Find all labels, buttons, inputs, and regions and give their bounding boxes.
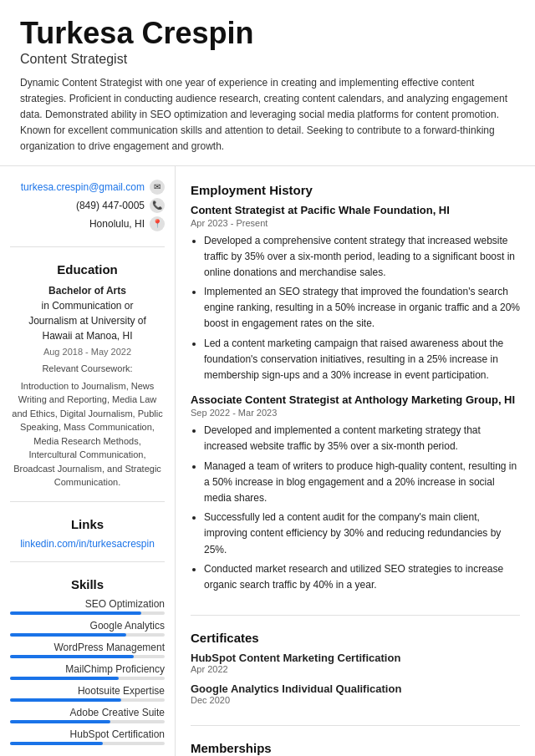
certificates-title: Certificates <box>191 631 520 645</box>
skill-bar-bg <box>10 633 165 637</box>
cert-item: HubSpot Content Marketing Certification … <box>191 652 520 674</box>
location-icon: 📍 <box>150 216 165 231</box>
coursework-label: Relevant Coursework: <box>10 362 165 376</box>
email-link[interactable]: turkesa.crespin@gmail.com <box>21 181 145 193</box>
certs-list: HubSpot Content Marketing Certification … <box>191 652 520 705</box>
cert-name: HubSpot Content Marketing Certification <box>191 652 520 664</box>
skill-item: Adobe Creative Suite <box>10 707 165 723</box>
job-dates: Apr 2023 - Present <box>191 218 520 228</box>
skill-bar-bg <box>10 655 165 658</box>
email-icon: ✉ <box>150 180 165 195</box>
jobs-list: Content Strategist at Pacific Whale Foun… <box>191 204 520 594</box>
phone-text: (849) 447-0005 <box>76 200 145 211</box>
skill-item: Hootsuite Expertise <box>10 685 165 702</box>
job-title: Content Strategist at Pacific Whale Foun… <box>191 204 520 216</box>
skill-bar-bg <box>10 677 165 680</box>
location-text: Honolulu, HI <box>89 218 145 230</box>
left-column: turkesa.crespin@gmail.com ✉ (849) 447-00… <box>0 166 176 756</box>
cert-date: Dec 2020 <box>191 695 520 705</box>
skill-label: SEO Optimization <box>10 598 165 610</box>
skill-bar-bg <box>10 720 165 723</box>
job-title: Associate Content Strategist at Antholog… <box>191 393 520 406</box>
job-bullet: Led a content marketing campaign that ra… <box>204 336 520 384</box>
cert-item: Google Analytics Individual Qualificatio… <box>191 682 520 705</box>
job-bullet: Managed a team of writers to produce hig… <box>204 459 520 507</box>
education-section: Education Bachelor of Arts in Communicat… <box>10 259 165 502</box>
skill-bar-bg <box>10 742 165 745</box>
cert-date: Apr 2022 <box>191 664 520 674</box>
job-bullets: Developed a comprehensive content strate… <box>191 233 520 384</box>
job-bullet: Conducted market research and utilized S… <box>204 561 520 593</box>
skill-bar-fill <box>10 677 119 680</box>
contact-location: Honolulu, HI 📍 <box>10 216 165 231</box>
degree-part3: Journalism at University of <box>10 313 165 328</box>
skill-item: SEO Optimization <box>10 598 165 615</box>
skill-bar-bg <box>10 698 165 702</box>
education-title: Education <box>10 262 165 277</box>
job-bullet: Successfully led a content audit for the… <box>204 510 520 558</box>
right-column: Employment History Content Strategist at… <box>176 166 535 756</box>
job-bullet: Developed a comprehensive content strate… <box>204 233 520 282</box>
contact-phone: (849) 447-0005 📞 <box>10 198 165 213</box>
skill-bar-fill <box>10 633 126 637</box>
candidate-summary: Dynamic Content Strategist with one year… <box>20 75 515 155</box>
job-bullets: Developed and implemented a content mark… <box>191 423 520 593</box>
job-entry: Associate Content Strategist at Antholog… <box>191 393 520 593</box>
skill-item: MailChimp Proficiency <box>10 663 165 680</box>
skill-label: Adobe Creative Suite <box>10 707 165 718</box>
candidate-title: Content Strategist <box>20 52 515 67</box>
coursework-text: Introduction to Journalism, News Writing… <box>10 379 165 490</box>
phone-icon: 📞 <box>150 198 165 213</box>
skill-bar-fill <box>10 611 141 615</box>
degree-part1: Bachelor of Arts <box>10 283 165 298</box>
degree-part2: in Communication or <box>10 298 165 313</box>
skill-label: Hootsuite Expertise <box>10 685 165 697</box>
skill-bar-fill <box>10 655 134 658</box>
links-title: Links <box>10 517 165 531</box>
certificates-section: Certificates HubSpot Content Marketing C… <box>191 627 520 726</box>
skill-label: Google Analytics <box>10 620 165 632</box>
candidate-name: Turkesa Crespin <box>20 17 515 50</box>
skill-bar-fill <box>10 742 103 745</box>
education-dates: Aug 2018 - May 2022 <box>10 345 165 359</box>
resume-body: turkesa.crespin@gmail.com ✉ (849) 447-00… <box>0 166 535 756</box>
skill-label: HubSpot Certification <box>10 728 165 740</box>
skill-bar-bg <box>10 611 165 615</box>
contact-email: turkesa.crespin@gmail.com ✉ <box>10 180 165 195</box>
skill-item: HubSpot Certification <box>10 728 165 745</box>
job-dates: Sep 2022 - Mar 2023 <box>191 408 520 418</box>
job-bullet: Implemented an SEO strategy that improve… <box>204 284 520 332</box>
skills-title: Skills <box>10 577 165 591</box>
job-bullet: Developed and implemented a content mark… <box>204 423 520 454</box>
links-section: Links linkedin.com/in/turkesacrespin <box>10 514 165 562</box>
skill-label: MailChimp Proficiency <box>10 663 165 675</box>
employment-title: Employment History <box>191 183 520 197</box>
employment-section: Employment History Content Strategist at… <box>191 180 520 616</box>
cert-name: Google Analytics Individual Qualificatio… <box>191 682 520 695</box>
degree-part4: Hawaii at Manoa, HI <box>10 328 165 343</box>
memberships-title: Memberships <box>191 741 520 755</box>
skill-label: WordPress Management <box>10 642 165 653</box>
job-entry: Content Strategist at Pacific Whale Foun… <box>191 204 520 384</box>
skill-bar-fill <box>10 698 121 702</box>
skill-item: WordPress Management <box>10 642 165 658</box>
skills-list: SEO Optimization Google Analytics WordPr… <box>10 598 165 745</box>
skill-bar-fill <box>10 720 110 723</box>
skill-item: Google Analytics <box>10 620 165 637</box>
linkedin-link[interactable]: linkedin.com/in/turkesacrespin <box>10 538 165 550</box>
memberships-section: Memberships Content Strategy Alliance (C… <box>191 738 520 756</box>
education-details: Bachelor of Arts in Communication or Jou… <box>10 283 165 490</box>
resume-header: Turkesa Crespin Content Strategist Dynam… <box>0 0 535 166</box>
skills-section: Skills SEO Optimization Google Analytics… <box>10 574 165 756</box>
contact-section: turkesa.crespin@gmail.com ✉ (849) 447-00… <box>10 180 165 247</box>
